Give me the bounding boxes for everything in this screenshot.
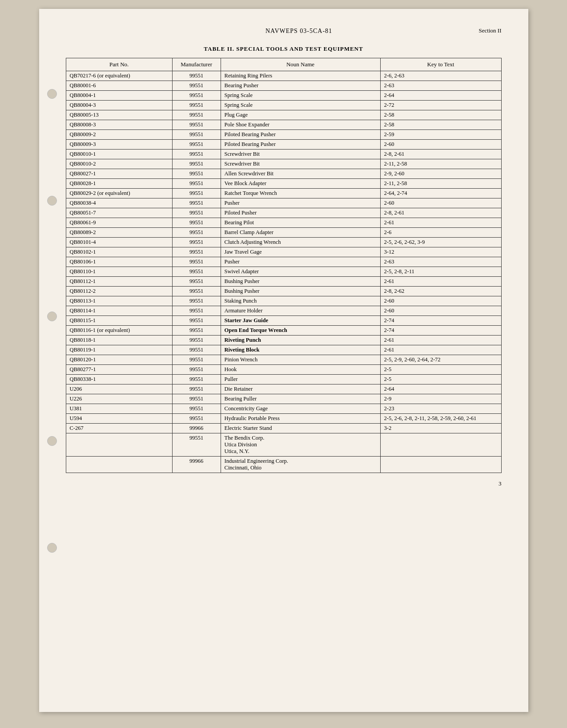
cell-part-no: QB80102-1: [66, 247, 172, 257]
cell-part-no: U226: [66, 394, 172, 404]
cell-manufacturer: 99551: [172, 169, 221, 179]
table-row: C-26799966Electric Starter Stand3-2: [66, 424, 501, 433]
cell-noun-name: The Bendix Corp.Utica DivisionUtica, N.Y…: [221, 433, 380, 457]
cell-noun-name: Piloted Pusher: [221, 208, 380, 218]
cell-manufacturer: 99551: [172, 247, 221, 257]
cell-part-no: QB80009-3: [66, 140, 172, 150]
cell-key-to-text: 2-63: [380, 81, 501, 91]
page-header: NAVWEPS 03-5CA-81 Section II: [66, 27, 502, 35]
cell-part-no: QB80001-6: [66, 81, 172, 91]
cell-part-no: U206: [66, 384, 172, 394]
cell-part-no: QB80008-3: [66, 120, 172, 130]
cell-noun-name: Piloted Bearing Pusher: [221, 140, 380, 150]
table-row: QB80338-199551Puller2-5: [66, 375, 501, 384]
cell-part-no: QB80010-2: [66, 159, 172, 169]
cell-part-no: QB80115-1: [66, 316, 172, 326]
doc-number: NAVWEPS 03-5CA-81: [119, 27, 479, 35]
cell-part-no: U594: [66, 414, 172, 424]
cell-noun-name: Hook: [221, 365, 380, 375]
table-row: QB80004-399551Spring Scale2-72: [66, 101, 501, 110]
table-row: QB80028-199551Vee Block Adapter2-11, 2-5…: [66, 179, 501, 189]
cell-noun-name: Staking Punch: [221, 296, 380, 306]
cell-noun-name: Piloted Bearing Pusher: [221, 130, 380, 140]
cell-manufacturer: 99551: [172, 130, 221, 140]
cell-key-to-text: 2-61: [380, 336, 501, 345]
cell-part-no: QB80051-7: [66, 208, 172, 218]
cell-part-no: QB80113-1: [66, 296, 172, 306]
cell-noun-name: Pinion Wrench: [221, 355, 380, 365]
cell-noun-name: Puller: [221, 375, 380, 384]
cell-part-no: QB80120-1: [66, 355, 172, 365]
cell-key-to-text: 2-23: [380, 404, 501, 414]
cell-noun-name: Spring Scale: [221, 91, 380, 101]
cell-key-to-text: 2-60: [380, 140, 501, 150]
cell-noun-name: Vee Block Adapter: [221, 179, 380, 189]
table-row: QB80005-1399551Plug Gage2-58: [66, 110, 501, 120]
section-label: Section II: [479, 27, 502, 34]
cell-part-no: U381: [66, 404, 172, 414]
cell-key-to-text: 2-5: [380, 375, 501, 384]
cell-noun-name: Swivel Adapter: [221, 267, 380, 277]
cell-manufacturer: 99551: [172, 179, 221, 189]
cell-noun-name: Riveting Block: [221, 345, 380, 355]
cell-key-to-text: 2-64: [380, 91, 501, 101]
cell-noun-name: Bushing Pusher: [221, 277, 380, 287]
cell-part-no: QB80110-1: [66, 267, 172, 277]
cell-noun-name: Pole Shoe Expander: [221, 120, 380, 130]
table-row: QB80001-699551Bearing Pusher2-63: [66, 81, 501, 91]
cell-key-to-text: 2-5, 2-6, 2-62, 3-9: [380, 238, 501, 247]
cell-manufacturer: 99551: [172, 336, 221, 345]
cell-noun-name: Jaw Travel Gage: [221, 247, 380, 257]
cell-part-no: QB80010-1: [66, 150, 172, 159]
cell-noun-name: Screwdriver Bit: [221, 150, 380, 159]
cell-noun-name: Plug Gage: [221, 110, 380, 120]
cell-key-to-text: 2-9: [380, 394, 501, 404]
cell-key-to-text: 2-5, 2-8, 2-11: [380, 267, 501, 277]
cell-key-to-text: 2-58: [380, 110, 501, 120]
cell-key-to-text: 2-74: [380, 316, 501, 326]
cell-part-no: QB80118-1: [66, 336, 172, 345]
cell-key-to-text: 2-61: [380, 345, 501, 355]
cell-noun-name: Armature Holder: [221, 306, 380, 316]
cell-manufacturer: 99551: [172, 365, 221, 375]
cell-manufacturer: 99551: [172, 189, 221, 198]
cell-part-no: QB80005-13: [66, 110, 172, 120]
cell-key-to-text: 2-8, 2-62: [380, 287, 501, 296]
table-row: U20699551Die Retainer2-64: [66, 384, 501, 394]
hole-punch-5: [47, 543, 57, 553]
cell-noun-name: Allen Screwdriver Bit: [221, 169, 380, 179]
table-row: QB80116-1 (or equivalent)99551Open End T…: [66, 326, 501, 336]
cell-part-no: C-267: [66, 424, 172, 433]
cell-part-no: QB80114-1: [66, 306, 172, 316]
cell-key-to-text: 2-11, 2-58: [380, 179, 501, 189]
cell-manufacturer: 99551: [172, 345, 221, 355]
cell-manufacturer: 99551: [172, 218, 221, 228]
cell-noun-name: Spring Scale: [221, 101, 380, 110]
cell-manufacturer: 99551: [172, 433, 221, 457]
cell-part-no: QB80338-1: [66, 375, 172, 384]
table-row: QB80051-799551Piloted Pusher2-8, 2-61: [66, 208, 501, 218]
cell-part-no: QB80028-1: [66, 179, 172, 189]
cell-part-no: QB80277-1: [66, 365, 172, 375]
cell-noun-name: Open End Torque Wrench: [221, 326, 380, 336]
cell-manufacturer: 99551: [172, 228, 221, 238]
table-row: U38199551Concentricity Gage2-23: [66, 404, 501, 414]
col-noun-name: Noun Name: [221, 58, 380, 71]
cell-manufacturer: 99551: [172, 71, 221, 81]
table-row: 99551The Bendix Corp.Utica DivisionUtica…: [66, 433, 501, 457]
cell-manufacturer: 99551: [172, 375, 221, 384]
cell-manufacturer: 99551: [172, 414, 221, 424]
table-row: U22699551Bearing Puller2-9: [66, 394, 501, 404]
cell-manufacturer: 99551: [172, 150, 221, 159]
cell-noun-name: Retaining Ring Pilers: [221, 71, 380, 81]
cell-key-to-text: 2-64, 2-74: [380, 189, 501, 198]
table-row: QB80004-199551Spring Scale2-64: [66, 91, 501, 101]
cell-key-to-text: 2-6, 2-63: [380, 71, 501, 81]
cell-key-to-text: 2-60: [380, 296, 501, 306]
table-row: QB70217-6 (or equivalent)99551Retaining …: [66, 71, 501, 81]
table-row: U59499551Hydraulic Portable Press2-5, 2-…: [66, 414, 501, 424]
table-row: QB80114-199551Armature Holder2-60: [66, 306, 501, 316]
cell-noun-name: Pusher: [221, 257, 380, 267]
cell-manufacturer: 99966: [172, 457, 221, 473]
cell-manufacturer: 99551: [172, 384, 221, 394]
